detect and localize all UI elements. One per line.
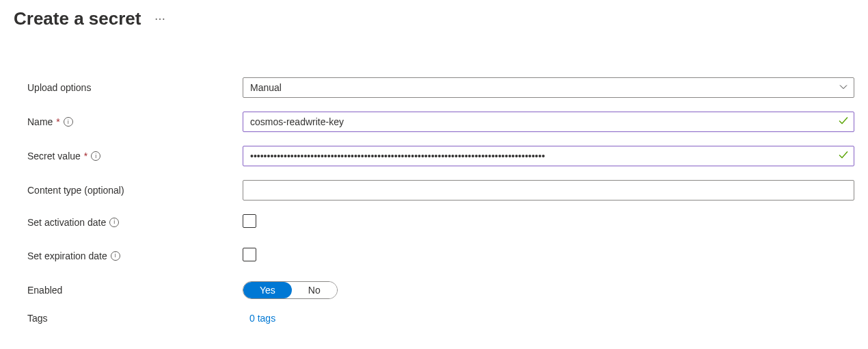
- expiration-date-label: Set expiration date: [27, 250, 107, 261]
- name-label: Name: [27, 116, 53, 127]
- more-actions-icon[interactable]: ⋯: [154, 12, 166, 25]
- info-icon[interactable]: i: [64, 117, 73, 127]
- checkmark-icon: [838, 116, 849, 129]
- name-input[interactable]: [243, 112, 854, 132]
- content-type-label: Content type (optional): [27, 185, 124, 196]
- enabled-label: Enabled: [27, 285, 62, 296]
- enabled-yes-option[interactable]: Yes: [243, 282, 292, 298]
- enabled-no-option[interactable]: No: [292, 282, 337, 298]
- tags-label: Tags: [27, 313, 48, 324]
- expiration-date-checkbox[interactable]: [243, 248, 256, 261]
- upload-options-select[interactable]: Manual: [243, 77, 854, 98]
- info-icon[interactable]: i: [111, 251, 120, 261]
- upload-options-label: Upload options: [27, 82, 91, 93]
- upload-options-value: Manual: [250, 82, 282, 93]
- content-type-input[interactable]: [243, 180, 854, 201]
- checkmark-icon: [838, 150, 849, 163]
- activation-date-label: Set activation date: [27, 217, 106, 228]
- page-title: Create a secret: [14, 8, 141, 29]
- secret-value-input[interactable]: [243, 146, 854, 166]
- info-icon[interactable]: i: [91, 151, 100, 161]
- info-icon[interactable]: i: [109, 218, 119, 227]
- secret-value-label: Secret value: [27, 151, 81, 161]
- enabled-toggle[interactable]: Yes No: [243, 281, 338, 299]
- required-star-icon: *: [84, 151, 87, 161]
- tags-link[interactable]: 0 tags: [243, 313, 275, 324]
- activation-date-checkbox[interactable]: [243, 214, 256, 228]
- required-star-icon: *: [56, 116, 59, 127]
